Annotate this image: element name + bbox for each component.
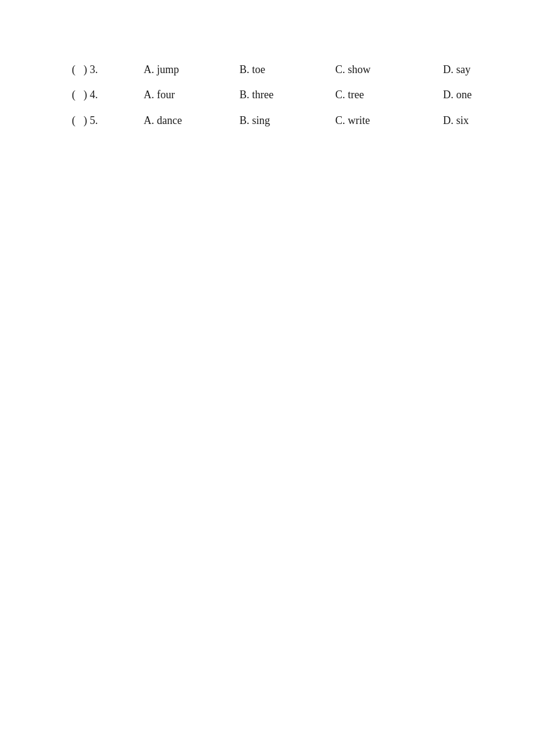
question-number-5: ( ) 5.	[72, 111, 144, 130]
quiz-row-3: ( ) 3. A. jump B. toe C. show D. say	[72, 60, 462, 79]
option-c-3: C. show	[335, 60, 443, 79]
question-number-4: ( ) 4.	[72, 85, 144, 104]
option-c-4: C. tree	[335, 85, 443, 104]
option-b-4: B. three	[239, 85, 335, 104]
option-d-5: D. six	[443, 111, 469, 130]
option-b-5: B. sing	[239, 111, 335, 130]
quiz-row-4: ( ) 4. A. four B. three C. tree D. one	[72, 85, 462, 104]
quiz-row-5: ( ) 5. A. dance B. sing C. write D. six	[72, 111, 462, 130]
option-b-3: B. toe	[239, 60, 335, 79]
option-a-3: A. jump	[144, 60, 239, 79]
quiz-container: ( ) 3. A. jump B. toe C. show D. say ( )…	[0, 0, 534, 172]
option-d-4: D. one	[443, 85, 472, 104]
question-number-3: ( ) 3.	[72, 60, 144, 79]
option-d-3: D. say	[443, 60, 471, 79]
option-a-5: A. dance	[144, 111, 239, 130]
option-a-4: A. four	[144, 85, 239, 104]
option-c-5: C. write	[335, 111, 443, 130]
